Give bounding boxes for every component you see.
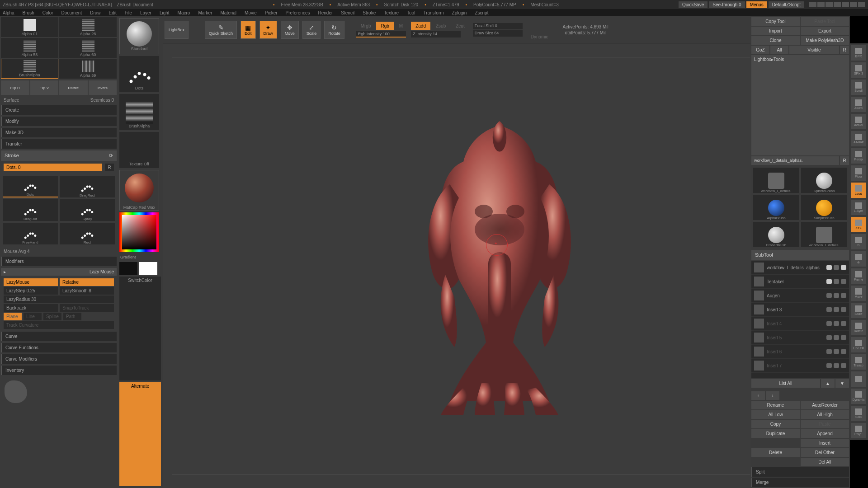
secondary-color[interactable] — [119, 262, 137, 275]
modify-section[interactable]: Modify — [1, 117, 117, 126]
dock-move[interactable]: Move — [851, 286, 866, 301]
transfer-section[interactable]: Transfer — [1, 139, 117, 149]
dock-zoom[interactable]: Zoom — [851, 97, 866, 112]
export-button[interactable]: Export — [801, 27, 849, 35]
current-brush[interactable]: Standard — [119, 18, 159, 54]
dock-scroll[interactable]: Scroll — [851, 80, 866, 95]
create-section[interactable]: Create — [1, 105, 117, 115]
dock-local[interactable]: Local — [851, 183, 866, 198]
dock-↻[interactable]: ↻ — [851, 234, 866, 249]
inverse-button[interactable]: Invers — [89, 80, 117, 95]
curve-section[interactable]: Curve — [1, 332, 117, 341]
menu-render[interactable]: Render — [318, 10, 333, 15]
dock-aahalf[interactable]: AAHalf — [851, 131, 866, 146]
insert-button[interactable]: Insert — [801, 439, 849, 447]
dock-transp[interactable]: Transp — [851, 354, 866, 370]
stroke-spray[interactable]: Spray — [60, 199, 115, 221]
append-button[interactable]: Append — [801, 429, 849, 438]
current-alpha[interactable]: BrushAlpha — [119, 94, 159, 130]
tool-thumb[interactable]: SimpleBrush — [801, 195, 847, 220]
move-up-icon[interactable]: ↑ — [751, 391, 765, 400]
dock-rotate[interactable]: Rotate — [851, 320, 866, 335]
dock-floor[interactable]: Floor — [851, 165, 866, 181]
current-material[interactable]: MatCap Red Wax — [119, 170, 159, 211]
menu-stencil[interactable]: Stencil — [341, 10, 354, 15]
tool-thumb[interactable]: EraserBrush — [753, 222, 799, 247]
track-path[interactable]: Path — [63, 313, 81, 320]
lazy-mouse-header[interactable]: ▸ Lazy Mouse — [1, 268, 117, 276]
lazyradius-slider[interactable]: LazyRadius 30 — [4, 296, 114, 303]
tool-thumb[interactable]: AlphaBrush — [753, 195, 799, 220]
menu-file[interactable]: File — [125, 10, 132, 15]
menu-movie[interactable]: Movie — [245, 10, 257, 15]
paste-button[interactable]: Paste — [801, 420, 849, 428]
quicksave-button[interactable]: QuickSave — [679, 1, 708, 8]
clone-button[interactable]: Clone — [751, 36, 800, 45]
move-down-icon[interactable]: ↓ — [766, 391, 779, 400]
menu-stroke[interactable]: Stroke — [363, 10, 376, 15]
rename-button[interactable]: Rename — [751, 401, 800, 409]
track-plane[interactable]: Plane — [4, 313, 22, 320]
goz-visible-button[interactable]: Visible — [789, 46, 839, 54]
alpha-thumb[interactable]: Alpha 59 — [59, 59, 117, 79]
menu-preferences[interactable]: Preferences — [286, 10, 310, 15]
alpha-thumb[interactable]: Alpha 58 — [1, 38, 58, 58]
r-button[interactable]: R — [105, 164, 114, 171]
dock-actual[interactable]: Actual — [851, 114, 866, 129]
stroke-dragdot[interactable]: DragDot — [3, 199, 58, 221]
del-other-button[interactable]: Del Other — [801, 448, 849, 457]
dock-solo[interactable]: Solo — [851, 406, 866, 421]
merge-section[interactable]: Merge — [751, 478, 849, 487]
dock-linefill[interactable]: Line Fill — [851, 337, 866, 352]
subtool-item[interactable]: Insert 5 — [751, 331, 849, 345]
make-polymesh-button[interactable]: Make PolyMesh3D — [801, 36, 849, 45]
import-button[interactable]: Import — [751, 27, 800, 35]
snaptotrack-button[interactable]: SnapToTrack — [60, 304, 114, 312]
goz-button[interactable]: GoZ — [751, 46, 769, 54]
minimize-icon[interactable] — [842, 2, 849, 7]
stroke-freehand[interactable]: FreeHand — [3, 223, 58, 244]
default-zscript[interactable]: DefaultZScript — [769, 1, 804, 8]
inventory-section[interactable]: Inventory — [1, 366, 117, 375]
current-stroke[interactable]: Dots — [119, 56, 159, 92]
subtool-item[interactable]: workflow_I_details_alphas — [751, 261, 849, 275]
gradient-label[interactable]: Gradient — [119, 254, 161, 260]
color-picker[interactable] — [119, 212, 159, 252]
menu-zplugin[interactable]: Zplugin — [452, 10, 467, 15]
copy-button[interactable]: Copy — [751, 420, 800, 428]
dock-bpr[interactable]: BPR — [851, 45, 866, 61]
tool-thumb[interactable]: workflow_I_details. — [753, 168, 799, 193]
win-btn[interactable] — [809, 2, 816, 7]
dock-frame[interactable]: Frame — [851, 268, 866, 284]
menu-material[interactable]: Material — [221, 10, 237, 15]
menu-tool[interactable]: Tool — [407, 10, 415, 15]
flip-v-button[interactable]: Flip V — [30, 80, 59, 95]
subtool-item[interactable]: Insert 3 — [751, 303, 849, 317]
dock-polyf[interactable]: PolyF — [851, 423, 866, 438]
dock-spix3[interactable]: SPix 3 — [851, 62, 866, 78]
seamless-slider[interactable]: Seamless 0 — [90, 98, 114, 103]
track-line[interactable]: Line — [24, 313, 42, 320]
tool-thumb[interactable]: workflow_I_details. — [801, 222, 847, 247]
delete-button[interactable]: Delete — [751, 448, 800, 457]
subtool-item[interactable]: Insert 6 — [751, 345, 849, 359]
backtrack-button[interactable]: Backtrack — [4, 304, 58, 312]
all-high-button[interactable]: All High — [801, 410, 849, 419]
stroke-header[interactable]: Stroke⟳ — [1, 150, 117, 161]
subtool-item[interactable]: Augen — [751, 289, 849, 303]
menu-texture[interactable]: Texture — [384, 10, 399, 15]
autoreorder-button[interactable]: AutoReorder — [801, 401, 849, 409]
menu-alpha[interactable]: Alpha — [3, 10, 14, 15]
close-icon[interactable] — [858, 2, 865, 7]
alpha-thumb[interactable]: BrushAlpha — [1, 59, 58, 79]
switch-color-button[interactable]: SwitchColor — [119, 277, 161, 380]
dock-xyz[interactable]: XYZ — [851, 217, 866, 232]
curve-modifiers-section[interactable]: Curve Modifiers — [1, 354, 117, 364]
dock-scale[interactable]: Scale — [851, 303, 866, 318]
primary-color[interactable] — [139, 262, 157, 275]
dock-persp[interactable]: Persp — [851, 148, 866, 164]
subtool-item[interactable]: Insert 4 — [751, 317, 849, 331]
win-btn[interactable] — [826, 2, 833, 7]
lazysmooth-slider[interactable]: LazySmooth 8 — [60, 287, 114, 295]
menu-layer[interactable]: Layer — [140, 10, 151, 15]
